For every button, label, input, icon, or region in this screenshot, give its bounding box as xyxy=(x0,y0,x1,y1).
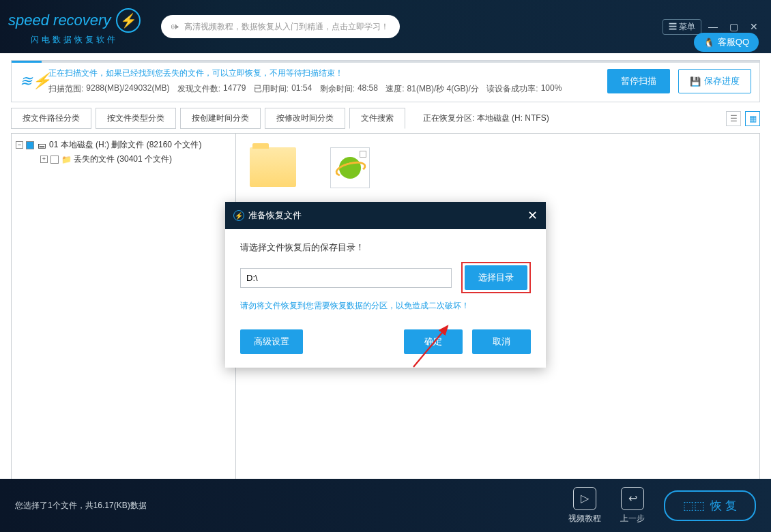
video-tutorial-button[interactable]: ▷ 视频教程 xyxy=(568,487,601,524)
ok-button[interactable]: 确定 xyxy=(404,329,463,354)
save-progress-button[interactable]: 💾 保存进度 xyxy=(678,69,751,93)
collapse-icon[interactable]: − xyxy=(16,141,23,149)
expand-icon[interactable]: + xyxy=(40,156,48,163)
list-view-button[interactable]: ☰ xyxy=(726,111,741,126)
menu-button[interactable]: ☰ 菜单 xyxy=(663,19,701,35)
tab-by-type[interactable]: 按文件类型分类 xyxy=(96,108,176,129)
scanning-icon: ≋⚡ xyxy=(20,72,40,90)
tab-by-modified[interactable]: 按修改时间分类 xyxy=(265,108,345,129)
logo-subtitle: 闪电数据恢复软件 xyxy=(31,34,118,46)
save-path-input[interactable] xyxy=(240,268,452,288)
disk-icon: 🖴 xyxy=(37,141,46,150)
choose-directory-button[interactable]: 选择目录 xyxy=(465,265,527,290)
recover-dialog: ⚡ 准备恢复文件 ✕ 请选择文件恢复后的保存目录！ 选择目录 请勿将文件恢复到您… xyxy=(225,202,546,368)
selection-summary: 您选择了1个文件，共16.17(KB)数据 xyxy=(15,500,147,512)
back-button[interactable]: ↩ 上一步 xyxy=(620,487,645,524)
progress-bar xyxy=(12,61,759,63)
tab-by-created[interactable]: 按创建时间分类 xyxy=(180,108,261,129)
save-icon: 💾 xyxy=(690,76,701,87)
tree-child-item[interactable]: + 📁 丢失的文件 (30401 个文件) xyxy=(16,152,231,166)
dialog-close-button[interactable]: ✕ xyxy=(527,208,538,223)
advanced-settings-button[interactable]: 高级设置 xyxy=(240,329,303,354)
dialog-label: 请选择文件恢复后的保存目录！ xyxy=(240,241,531,254)
customer-service-button[interactable]: 🐧 客服QQ xyxy=(694,33,759,52)
dialog-warning: 请勿将文件恢复到您需要恢复数据的分区，以免造成二次破坏！ xyxy=(240,300,531,312)
folder-icon: 📁 xyxy=(61,155,71,164)
tutorial-link[interactable]: 🕪 高清视频教程，数据恢复从入门到精通，点击立即学习！ xyxy=(161,15,400,38)
bolt-icon: ⚡ xyxy=(116,8,141,33)
titlebar: speed recovery ⚡ 闪电数据恢复软件 🕪 高清视频教程，数据恢复从… xyxy=(0,0,771,53)
speaker-icon: 🕪 xyxy=(171,22,179,31)
scan-message: 正在扫描文件，如果已经找到您丢失的文件，可以立即恢复，不用等待扫描结束！ xyxy=(48,68,599,79)
checkbox[interactable] xyxy=(26,141,34,149)
pause-scan-button[interactable]: 暂停扫描 xyxy=(607,69,670,93)
category-tabs: 按文件路径分类 按文件类型分类 按创建时间分类 按修改时间分类 文件搜索 正在恢… xyxy=(0,102,771,129)
scan-status-panel: ≋⚡ 正在扫描文件，如果已经找到您丢失的文件，可以立即恢复，不用等待扫描结束！ … xyxy=(11,60,760,102)
tree-root-item[interactable]: − 🖴 01 本地磁盘 (H:) 删除文件 (82160 个文件) xyxy=(16,138,231,152)
logo-text: speed recovery xyxy=(8,12,111,29)
grid-view-button[interactable]: ▦ xyxy=(745,111,760,126)
dialog-titlebar[interactable]: ⚡ 准备恢复文件 ✕ xyxy=(225,202,546,229)
bolt-icon: ⚡ xyxy=(233,210,244,221)
partition-info: 正在恢复分区: 本地磁盘 (H: NTFS) xyxy=(423,113,549,124)
back-icon: ↩ xyxy=(621,487,644,510)
highlight-box: 选择目录 xyxy=(461,262,531,293)
dialog-title: 准备恢复文件 xyxy=(248,209,302,222)
app-logo: speed recovery ⚡ 闪电数据恢复软件 xyxy=(8,8,141,46)
qq-icon: 🐧 xyxy=(703,38,714,48)
ie-file-thumbnail[interactable] xyxy=(330,147,370,188)
checkbox[interactable] xyxy=(50,156,59,164)
footer-bar: 您选择了1个文件，共16.17(KB)数据 ▷ 视频教程 ↩ 上一步 ⬚⬚ 恢 … xyxy=(0,479,771,532)
scan-stats: 扫描范围:9288(MB)/249032(MB) 发现文件数:14779 已用时… xyxy=(48,83,599,95)
recover-button[interactable]: ⬚⬚ 恢 复 xyxy=(664,490,756,521)
play-icon: ▷ xyxy=(573,487,596,510)
recover-icon: ⬚⬚ xyxy=(683,499,705,513)
folder-thumbnail[interactable] xyxy=(250,147,296,187)
cancel-button[interactable]: 取消 xyxy=(472,329,531,354)
tab-file-search[interactable]: 文件搜索 xyxy=(349,108,405,129)
tab-by-path[interactable]: 按文件路径分类 xyxy=(11,108,91,129)
file-tree[interactable]: − 🖴 01 本地磁盘 (H:) 删除文件 (82160 个文件) + 📁 丢失… xyxy=(11,133,236,484)
